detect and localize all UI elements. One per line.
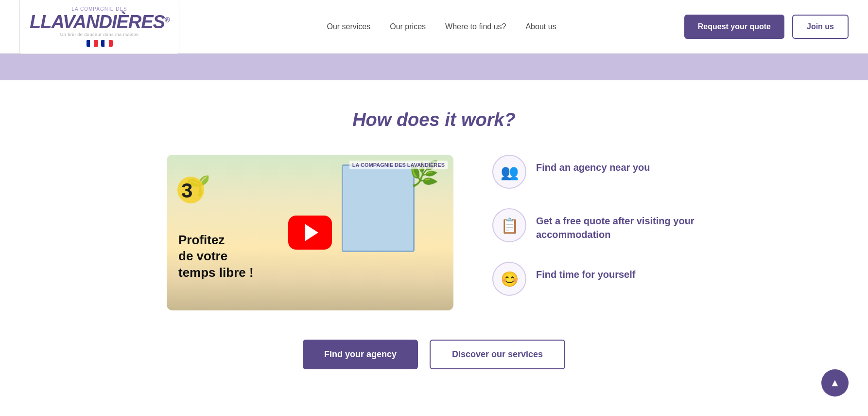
step-text-free-quote: Get a free quote after visiting your acc… bbox=[536, 208, 701, 241]
main-nav: Our services Our prices Where to find us… bbox=[179, 22, 684, 31]
main-content: How does it work? 🌿 🌱 3 Profitez de votr… bbox=[0, 80, 868, 408]
logo-top-text: LA COMPAGNIE DES bbox=[72, 6, 127, 12]
step-item-3: 😊 Find time for yourself bbox=[492, 262, 701, 296]
section-title: How does it work? bbox=[39, 109, 829, 130]
play-icon bbox=[305, 224, 318, 241]
nav-about-us[interactable]: About us bbox=[525, 22, 556, 31]
nav-our-prices[interactable]: Our prices bbox=[390, 22, 426, 31]
request-quote-button[interactable]: Request your quote bbox=[684, 15, 784, 39]
video-watermark: LA COMPAGNIE DES LAVANDIÈRES bbox=[349, 161, 448, 169]
step-item-1: 👥 Find an agency near you bbox=[492, 155, 701, 189]
find-agency-button[interactable]: Find your agency bbox=[303, 340, 418, 369]
french-flag-2 bbox=[101, 40, 113, 47]
video-container[interactable]: 🌿 🌱 3 Profitez de votre temps libre ! LA… bbox=[167, 155, 453, 310]
cta-row: Find your agency Discover our services bbox=[39, 340, 829, 369]
logo-flags bbox=[87, 40, 113, 47]
scene-window bbox=[342, 164, 415, 252]
step-item-2: 📋 Get a free quote after visiting your a… bbox=[492, 208, 701, 242]
scroll-up-button[interactable]: ▲ bbox=[821, 369, 849, 397]
logo[interactable]: LA COMPAGNIE DES LLAVANDIÈRES® Un brin d… bbox=[19, 0, 179, 54]
step-icon-free-quote: 📋 bbox=[492, 208, 526, 242]
logo-sub-text: Un brin de douceur dans ma maison bbox=[60, 32, 139, 37]
step-text-find-time: Find time for yourself bbox=[536, 262, 635, 281]
discover-services-button[interactable]: Discover our services bbox=[430, 340, 565, 369]
chevron-up-icon: ▲ bbox=[830, 377, 840, 389]
site-header: LA COMPAGNIE DES LLAVANDIÈRES® Un brin d… bbox=[0, 0, 868, 54]
step-icon-find-time: 😊 bbox=[492, 262, 526, 296]
header-buttons: Request your quote Join us bbox=[684, 15, 849, 39]
french-flag bbox=[87, 40, 98, 47]
purple-band bbox=[0, 54, 868, 80]
steps-list: 👥 Find an agency near you 📋 Get a free q… bbox=[492, 155, 701, 296]
nav-where-to-find-us[interactable]: Where to find us? bbox=[445, 22, 506, 31]
nav-our-services[interactable]: Our services bbox=[327, 22, 370, 31]
how-it-works-body: 🌿 🌱 3 Profitez de votre temps libre ! LA… bbox=[39, 155, 829, 310]
scene-text: Profitez de votre temps libre ! bbox=[178, 232, 254, 281]
step-icon-find-agency: 👥 bbox=[492, 155, 526, 189]
logo-reg: ® bbox=[165, 16, 169, 24]
logo-main-text: LLAVANDIÈRES® bbox=[30, 13, 169, 31]
step-text-find-agency: Find an agency near you bbox=[536, 155, 650, 174]
scene-number: 3 bbox=[181, 179, 192, 202]
play-button[interactable] bbox=[288, 216, 332, 250]
join-us-button[interactable]: Join us bbox=[792, 15, 849, 39]
